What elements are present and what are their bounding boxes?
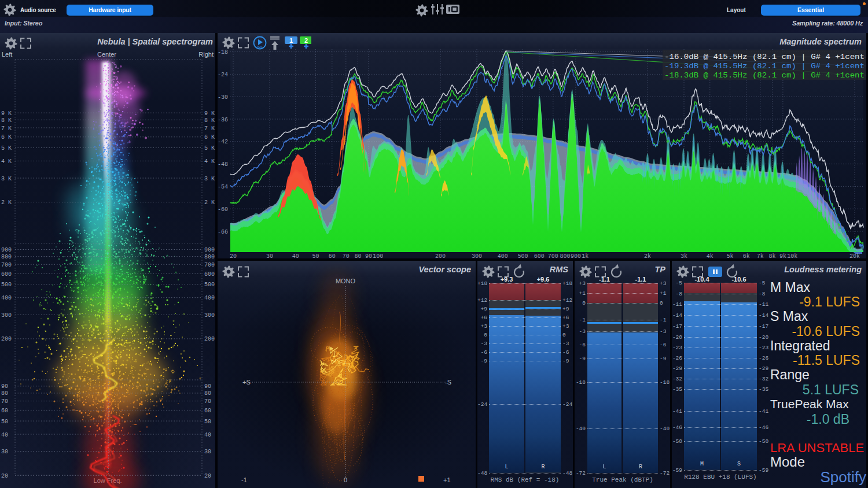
svg-text:300: 300 — [472, 253, 482, 258]
svg-text:-30: -30 — [218, 94, 228, 101]
svg-text:5 K: 5 K — [1, 145, 12, 151]
svg-text:40: 40 — [204, 432, 211, 438]
svg-text:500: 500 — [204, 282, 215, 288]
svg-text:-60: -60 — [218, 206, 228, 213]
svg-text:-48: -48 — [218, 161, 228, 168]
svg-text:30: 30 — [204, 449, 211, 455]
svg-text:20: 20 — [230, 253, 237, 258]
svg-text:400: 400 — [1, 295, 12, 301]
svg-text:live: live — [257, 45, 263, 49]
svg-text:4 K: 4 K — [1, 158, 12, 165]
svg-text:90: 90 — [365, 253, 372, 258]
svg-text:800: 800 — [1, 254, 12, 260]
svg-text:3 K: 3 K — [204, 176, 215, 182]
svg-text:2: 2 — [304, 37, 308, 44]
svg-text:600: 600 — [1, 271, 12, 278]
svg-text:8 K: 8 K — [1, 117, 12, 124]
svg-text:900: 900 — [1, 247, 12, 253]
svg-text:30: 30 — [266, 253, 273, 258]
svg-text:70: 70 — [343, 253, 350, 258]
svg-text:700: 700 — [548, 253, 558, 258]
svg-text:700: 700 — [204, 262, 215, 268]
svg-text:-18.3dB @ 415.5Hz (82.1 cm) |: -18.3dB @ 415.5Hz (82.1 cm) | G# 4 +1cen… — [664, 71, 865, 80]
svg-text:6 K: 6 K — [204, 134, 215, 141]
svg-text:90: 90 — [204, 383, 211, 390]
svg-text:2 K: 2 K — [1, 199, 12, 206]
svg-text:70: 70 — [204, 398, 211, 405]
svg-text:50: 50 — [312, 253, 319, 258]
svg-text:9 K: 9 K — [1, 110, 12, 117]
svg-text:2 K: 2 K — [204, 199, 215, 206]
svg-text:+1: +1 — [443, 476, 451, 483]
svg-text:-42: -42 — [218, 139, 228, 145]
svg-text:-19.3dB @ 415.5Hz (82.1 cm) |: -19.3dB @ 415.5Hz (82.1 cm) | G# 4 +1cen… — [664, 62, 865, 71]
svg-text:500: 500 — [1, 282, 12, 288]
svg-text:-54: -54 — [218, 184, 228, 190]
svg-text:60: 60 — [329, 253, 336, 258]
svg-text:-36: -36 — [218, 117, 228, 123]
svg-text:-S: -S — [445, 379, 451, 386]
svg-text:80: 80 — [204, 390, 211, 397]
svg-text:20k: 20k — [849, 253, 860, 258]
svg-text:5k: 5k — [726, 253, 733, 258]
svg-text:300: 300 — [204, 312, 215, 319]
svg-text:-24: -24 — [218, 72, 228, 78]
svg-text:900: 900 — [571, 253, 581, 258]
svg-text:-1: -1 — [241, 476, 247, 483]
svg-text:4 K: 4 K — [204, 158, 215, 165]
svg-text:50: 50 — [1, 419, 8, 425]
svg-text:9 K: 9 K — [204, 110, 215, 117]
svg-text:200: 200 — [1, 336, 12, 342]
svg-text:7 K: 7 K — [204, 125, 215, 132]
svg-text:40: 40 — [1, 432, 8, 438]
svg-text:90: 90 — [1, 383, 8, 390]
svg-text:2k: 2k — [644, 253, 651, 258]
svg-text:400: 400 — [498, 253, 508, 258]
svg-text:60: 60 — [204, 408, 211, 414]
svg-text:7k: 7k — [757, 253, 764, 258]
svg-text:700: 700 — [1, 262, 12, 268]
svg-text:60: 60 — [1, 408, 8, 414]
svg-text:1k: 1k — [582, 253, 589, 258]
svg-text:8 K: 8 K — [204, 117, 215, 124]
svg-text:10k: 10k — [787, 253, 797, 258]
svg-text:MONO: MONO — [336, 278, 356, 284]
svg-text:900: 900 — [204, 247, 215, 253]
svg-text:20: 20 — [1, 473, 8, 479]
svg-text:7 K: 7 K — [1, 125, 12, 132]
svg-text:0: 0 — [344, 476, 347, 483]
svg-text:50: 50 — [204, 419, 211, 425]
svg-text:80: 80 — [1, 390, 8, 397]
svg-text:400: 400 — [204, 295, 215, 301]
svg-text:100: 100 — [373, 253, 383, 258]
svg-text:5 K: 5 K — [204, 145, 215, 151]
svg-text:3k: 3k — [681, 253, 687, 258]
svg-text:-16.0dB @ 415.5Hz (82.1 cm) |: -16.0dB @ 415.5Hz (82.1 cm) | G# 4 +1cen… — [664, 53, 865, 61]
svg-text:9k: 9k — [779, 253, 786, 258]
svg-text:3 K: 3 K — [1, 176, 12, 182]
svg-text:600: 600 — [534, 253, 545, 258]
svg-text:-66: -66 — [218, 229, 228, 235]
svg-text:200: 200 — [204, 336, 215, 342]
svg-text:+S: +S — [242, 379, 251, 386]
svg-text:1: 1 — [289, 37, 293, 44]
svg-text:800: 800 — [204, 254, 215, 260]
svg-text:200: 200 — [435, 253, 446, 258]
svg-text:6 K: 6 K — [1, 134, 12, 141]
svg-text:40: 40 — [292, 253, 299, 258]
svg-text:500: 500 — [517, 253, 528, 258]
svg-text:800: 800 — [560, 253, 570, 258]
svg-text:70: 70 — [1, 398, 8, 405]
svg-text:20: 20 — [204, 473, 211, 479]
svg-text:8k: 8k — [768, 253, 775, 258]
svg-text:600: 600 — [204, 271, 215, 278]
svg-text:80: 80 — [354, 253, 361, 258]
svg-text:300: 300 — [1, 312, 12, 319]
svg-text:6k: 6k — [743, 253, 750, 258]
svg-text:4k: 4k — [707, 253, 713, 258]
svg-text:30: 30 — [1, 449, 8, 455]
